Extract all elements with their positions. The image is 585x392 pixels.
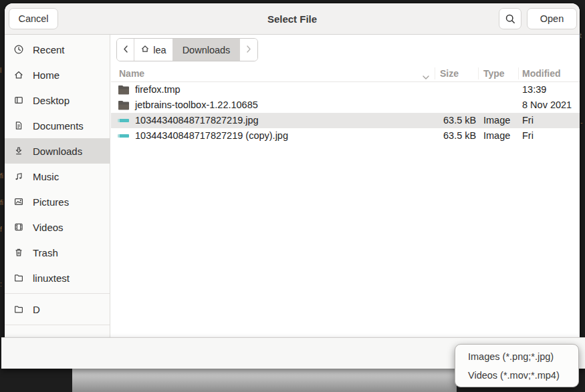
sidebar-item-downloads[interactable]: Downloads [5,138,110,164]
column-header-size[interactable]: Size [440,65,459,82]
background-text-fragment: - [580,119,582,126]
sidebar-separator [5,322,110,328]
background-text-fragment: f [0,226,2,233]
forward-button[interactable] [240,39,257,61]
sidebar-item-home[interactable]: Home [5,62,110,87]
chevron-left-icon [122,45,130,55]
column-separator [478,67,479,79]
sort-chevron-down-icon [422,71,430,83]
filter-option-images[interactable]: Images (*.png;*.jpg) [455,347,578,366]
folder-icon [118,85,130,95]
file-modified: 13:39 [522,82,546,97]
open-button[interactable]: Open [527,8,577,29]
list-column-header: Name Size Type Modified [111,65,580,82]
desktop-icon [13,95,24,106]
file-chooser-dialog: Select File Cancel Open Recent Home Desk… [5,3,580,339]
sidebar-item-label: Recent [33,44,65,55]
sidebar-item-trash[interactable]: Trash [5,240,110,265]
image-thumbnail-icon [118,134,129,138]
sidebar-separator [5,290,110,297]
image-thumbnail-icon [118,119,129,122]
sidebar-item-d[interactable]: D [5,297,110,322]
sidebar-item-label: Trash [33,247,58,258]
file-modified: 8 Nov 2021 [522,97,572,113]
table-row[interactable]: 10344340848717827219.jpg 63.5 kB Image F… [111,113,580,128]
film-icon [13,222,24,232]
breadcrumb-home-segment[interactable]: lea [134,39,173,61]
file-name: jetbrains-toolbox-1.22.10685 [135,97,258,113]
file-name: 10344340848717827219 (copy).jpg [135,128,288,144]
table-row[interactable]: firefox.tmp 13:39 [111,82,580,97]
sidebar-item-desktop[interactable]: Desktop [5,87,110,113]
background-text-fragment: : [0,280,2,288]
folder-icon [13,272,24,283]
table-row[interactable]: jetbrains-toolbox-1.22.10685 8 Nov 2021 [111,97,580,113]
sidebar-item-label: Videos [33,222,64,233]
file-list: firefox.tmp 13:39 jetbrains-toolbox-1.22… [111,82,580,144]
sidebar-item-label: linuxtest [33,272,70,284]
sidebar-item-label: Documents [33,120,84,132]
header-bar: Select File Cancel Open [5,3,580,35]
breadcrumb-home-label: lea [153,45,166,55]
file-type: Image [483,128,510,144]
file-type: Image [483,113,510,128]
sidebar-item-pictures[interactable]: Pictures [5,189,110,214]
file-modified: Fri [522,113,534,128]
places-sidebar: Recent Home Desktop Documents Downloads … [5,35,110,339]
sidebar-item-label: Desktop [33,95,70,106]
sidebar-item-label: D [33,304,40,315]
picture-icon [13,196,24,207]
cancel-button[interactable]: Cancel [9,8,58,29]
home-icon [140,44,150,55]
chevron-right-icon [245,45,253,55]
back-button[interactable] [117,39,134,61]
trash-icon [13,247,24,258]
filter-option-videos[interactable]: Videos (*.mov;*.mp4) [455,366,578,385]
page-title: Select File [5,3,580,35]
breadcrumb-current-segment[interactable]: Downloads [173,39,240,61]
background-text-fragment: l [0,67,1,74]
file-browser-pane: lea Downloads Name Size Type Modified f [111,35,580,339]
file-name: 10344340848717827219.jpg [135,113,259,128]
sidebar-item-videos[interactable]: Videos [5,214,110,240]
sidebar-item-recent[interactable]: Recent [5,37,110,62]
file-name: firefox.tmp [135,82,181,97]
search-icon [505,16,516,27]
breadcrumb-current-label: Downloads [183,45,231,55]
background-text-fragment: t [580,32,582,39]
table-row[interactable]: 10344340848717827219 (copy).jpg 63.5 kB … [111,128,580,144]
column-header-modified[interactable]: Modified [522,65,561,82]
sidebar-item-music[interactable]: Music [5,164,110,189]
sidebar-item-label: Home [33,69,60,81]
sidebar-item-label: Pictures [33,196,69,208]
file-modified: Fri [522,128,534,144]
column-header-type[interactable]: Type [483,65,505,82]
sidebar-item-label: Music [33,171,59,182]
sidebar-item-linuxtest[interactable]: linuxtest [5,265,110,290]
file-filter-menu: Images (*.png;*.jpg) Videos (*.mov;*.mp4… [455,344,579,387]
sidebar-item-documents[interactable]: Documents [5,113,110,138]
folder-icon [13,304,24,315]
desktop-background [72,369,457,392]
column-header-name[interactable]: Name [119,65,144,82]
download-icon [13,146,24,156]
document-icon [13,120,24,131]
search-button[interactable] [499,8,521,29]
file-size: 63.5 kB [443,113,476,128]
breadcrumb: lea Downloads [116,38,258,61]
column-separator [518,67,519,79]
sidebar-item-label: Downloads [33,146,82,157]
column-separator [435,67,435,79]
music-note-icon [13,171,24,182]
background-text-fragment: fi [0,199,3,206]
background-text-fragment: fi [0,172,3,180]
clock-icon [13,44,24,55]
file-size: 63.5 kB [443,128,476,144]
folder-icon [118,100,130,110]
home-icon [13,69,24,80]
